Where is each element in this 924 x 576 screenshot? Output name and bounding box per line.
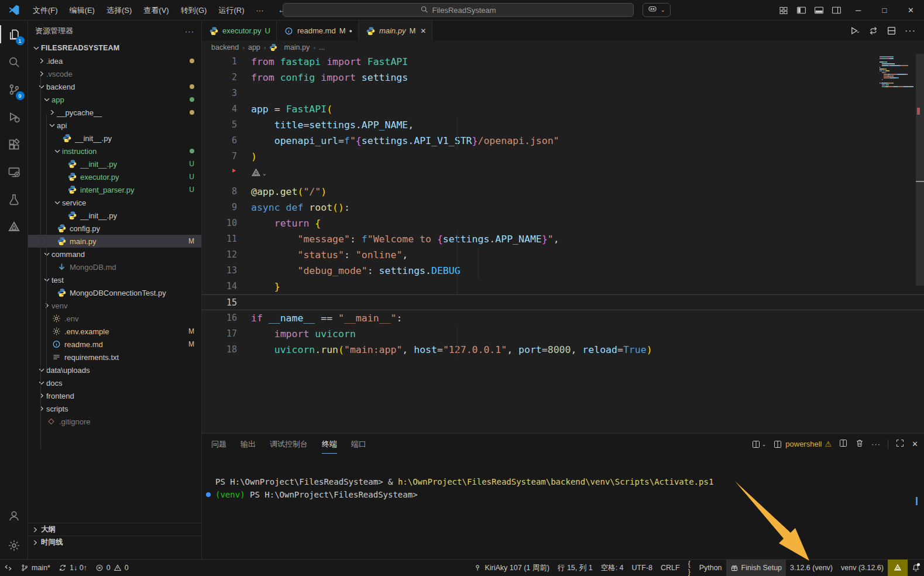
- tree-item[interactable]: requirements.txt: [28, 351, 201, 364]
- status-python-env[interactable]: venv (3.12.6): [837, 560, 888, 576]
- activity-run-and-debug[interactable]: [0, 103, 28, 131]
- editor-tab[interactable]: executor.py U: [202, 20, 277, 41]
- toggle-secondary-sidebar-icon[interactable]: [827, 0, 845, 20]
- status-language-mode[interactable]: { }Python: [684, 560, 726, 576]
- tree-item[interactable]: .env: [28, 312, 201, 325]
- split-terminal-icon[interactable]: [839, 438, 848, 450]
- chevron-down-icon[interactable]: ⌄: [762, 441, 767, 447]
- panel-tab[interactable]: 调试控制台: [270, 434, 308, 454]
- split-editor-icon[interactable]: [887, 26, 896, 36]
- close-button[interactable]: ✕: [898, 0, 924, 20]
- menu-item[interactable]: 编辑(E): [64, 6, 101, 15]
- menu-item[interactable]: 选择(S): [101, 6, 138, 15]
- panel-tab[interactable]: 端口: [351, 434, 366, 454]
- breadcrumb-item[interactable]: backend: [211, 43, 239, 52]
- tree-item[interactable]: service: [28, 196, 201, 209]
- customize-layout-icon[interactable]: [775, 0, 792, 20]
- close-panel-icon[interactable]: ✕: [912, 440, 918, 448]
- minimize-button[interactable]: ─: [845, 0, 871, 20]
- outline-section[interactable]: 大纲: [28, 523, 201, 536]
- status-remote-indicator[interactable]: [0, 560, 16, 576]
- kill-terminal-icon[interactable]: [855, 438, 864, 450]
- status-notifications[interactable]: [908, 560, 924, 576]
- tree-item[interactable]: frontend: [28, 389, 201, 402]
- tree-item[interactable]: main.pyM: [28, 235, 201, 248]
- copilot-menu[interactable]: ⌄: [643, 3, 671, 17]
- tree-item[interactable]: .env.exampleM: [28, 325, 201, 338]
- status-finish-setup[interactable]: Finish Setup: [726, 560, 786, 576]
- status-cursor-position[interactable]: 行 15, 列 1: [554, 560, 597, 576]
- tree-item[interactable]: test: [28, 273, 201, 286]
- menu-item[interactable]: 文件(F): [27, 6, 64, 15]
- editor-more-icon[interactable]: ···: [905, 26, 916, 36]
- activity-settings[interactable]: [0, 532, 28, 559]
- command-center-search[interactable]: FilesReadSysteam: [283, 3, 634, 17]
- compare-changes-icon[interactable]: [868, 26, 878, 36]
- tree-item[interactable]: backend: [28, 80, 201, 93]
- tree-item[interactable]: __init__.py: [28, 209, 201, 222]
- maximize-panel-icon[interactable]: [895, 438, 905, 450]
- tree-item[interactable]: MongoDB.md: [28, 260, 201, 273]
- command-decoration-icon[interactable]: [206, 492, 211, 497]
- editor-tab[interactable]: main.py M ✕: [359, 20, 432, 41]
- breadcrumb[interactable]: backend›app›main.py›...: [202, 41, 924, 54]
- timeline-section[interactable]: 时间线: [28, 536, 201, 548]
- menu-item[interactable]: 转到(G): [175, 6, 213, 15]
- tree-item[interactable]: intent_parser.pyU: [28, 183, 201, 196]
- status-git-sync[interactable]: 1↓ 0↑: [54, 560, 91, 576]
- activity-testing[interactable]: [0, 186, 28, 213]
- tree-item[interactable]: __init__.pyU: [28, 157, 201, 170]
- menu-item[interactable]: 查看(V): [138, 6, 174, 15]
- explorer-more-icon[interactable]: ···: [185, 27, 194, 36]
- dirty-indicator-icon[interactable]: ●: [349, 28, 352, 34]
- activity-search[interactable]: [0, 48, 28, 76]
- status-eol[interactable]: CRLF: [657, 560, 684, 576]
- status-gitlens-author[interactable]: KiriAky 107 (1 周前): [469, 560, 553, 576]
- tree-item[interactable]: MongoDBConnectionTest.py: [28, 286, 201, 299]
- tree-item[interactable]: api: [28, 119, 201, 132]
- tree-item[interactable]: .vscode: [28, 67, 201, 80]
- status-codegeex-status[interactable]: [888, 560, 908, 576]
- menu-item[interactable]: ···: [250, 6, 269, 15]
- tree-item[interactable]: __pycache__: [28, 106, 201, 119]
- activity-accounts[interactable]: [0, 502, 28, 529]
- status-encoding[interactable]: UTF-8: [628, 560, 657, 576]
- activity-source-control[interactable]: 9: [0, 76, 28, 103]
- tree-item[interactable]: FILESREADSYSTEAM: [28, 42, 201, 54]
- close-tab-icon[interactable]: ✕: [420, 27, 426, 35]
- activity-explorer[interactable]: 1: [0, 20, 28, 48]
- breadcrumb-item[interactable]: app: [248, 43, 260, 52]
- tree-item[interactable]: __init__.py: [28, 132, 201, 145]
- run-python-button[interactable]: ⌄: [849, 26, 860, 36]
- tree-item[interactable]: .gitignore: [28, 415, 201, 428]
- breadcrumb-item[interactable]: ...: [319, 43, 325, 52]
- editor-scrollbar[interactable]: [916, 54, 924, 286]
- activity-remote-explorer[interactable]: [0, 158, 28, 186]
- toggle-primary-sidebar-icon[interactable]: [792, 0, 810, 20]
- panel-tab[interactable]: 终端: [322, 434, 337, 454]
- status-git-branch[interactable]: main*: [16, 560, 54, 576]
- menu-item[interactable]: 运行(R): [212, 6, 250, 15]
- toggle-panel-icon[interactable]: [810, 0, 827, 20]
- activity-codegeex[interactable]: [0, 213, 28, 241]
- breadcrumb-item[interactable]: main.py: [284, 43, 310, 52]
- code-editor[interactable]: 1from fastapi import FastAPI2from config…: [202, 54, 924, 433]
- terminal[interactable]: PS H:\OwnProject\FilesReadSysteam> & h:\…: [202, 454, 924, 559]
- maximize-button[interactable]: □: [871, 0, 898, 20]
- tree-item[interactable]: config.py: [28, 222, 201, 235]
- status-indentation[interactable]: 空格: 4: [597, 560, 628, 576]
- tree-item[interactable]: .idea: [28, 54, 201, 67]
- panel-more-icon[interactable]: ···: [871, 440, 881, 448]
- tree-item[interactable]: venv: [28, 299, 201, 312]
- codegeex-inline-icon[interactable]: ⌄: [251, 168, 266, 178]
- panel-tab[interactable]: 问题: [211, 434, 226, 454]
- status-python-interpreter[interactable]: 3.12.6 (venv): [786, 560, 837, 576]
- new-terminal-button[interactable]: ⌄: [751, 440, 767, 449]
- editor-tab[interactable]: readme.md M ●: [277, 20, 359, 41]
- tree-item[interactable]: executor.pyU: [28, 170, 201, 183]
- tree-item[interactable]: scripts: [28, 402, 201, 415]
- minimap[interactable]: [880, 56, 913, 88]
- activity-extensions[interactable]: [0, 131, 28, 158]
- tree-item[interactable]: data\uploads: [28, 364, 201, 376]
- tree-item[interactable]: app: [28, 93, 201, 106]
